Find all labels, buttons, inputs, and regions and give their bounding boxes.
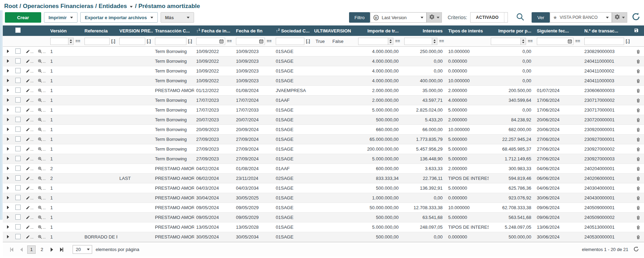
preview-row-button[interactable]: ... [38, 225, 46, 229]
preview-row-button[interactable]: ... [38, 117, 46, 122]
filter-input-fecha_fin[interactable] [236, 38, 259, 44]
delete-row-button[interactable] [634, 108, 643, 113]
row-checkbox[interactable] [15, 97, 21, 103]
delete-row-button[interactable] [634, 235, 643, 240]
calendar-icon[interactable] [219, 39, 224, 44]
column-header-num_transaccion[interactable]: N.º de transac... [582, 28, 632, 33]
bool-false-option[interactable]: False [332, 39, 343, 44]
filter-date-fecha_fin[interactable] [236, 38, 265, 45]
select-all-checkbox[interactable] [15, 28, 21, 33]
calendar-icon[interactable] [568, 39, 572, 44]
row-expand-toggle[interactable] [7, 147, 9, 151]
filter-input-importe_pago[interactable] [491, 38, 521, 45]
chevron-down-icon[interactable] [130, 6, 133, 8]
column-header-importe[interactable]: Importe de tr... [356, 28, 402, 33]
criteria-value-box[interactable]: ACTIVADO [470, 12, 508, 23]
row-checkbox[interactable] [15, 156, 21, 161]
previous-page-button[interactable] [18, 245, 25, 254]
table-row[interactable]: ......1Term Borrowing20/07/202320/07/202… [3, 115, 644, 125]
filter-input-sociedad[interactable] [276, 38, 304, 45]
preview-row-button[interactable]: ... [38, 88, 46, 93]
filter-input-version[interactable] [50, 38, 68, 45]
filter-input-num_transaccion[interactable] [584, 38, 624, 45]
row-expand-toggle[interactable] [7, 118, 9, 121]
save-layout-icon[interactable] [634, 29, 639, 34]
column-header-siguiente[interactable]: Siguiente fec... [535, 28, 582, 33]
collapsed-left-panel[interactable] [0, 10, 2, 220]
create-button[interactable]: Crear [5, 12, 41, 23]
row-checkbox[interactable] [15, 58, 21, 63]
row-checkbox[interactable] [15, 117, 21, 122]
row-checkbox[interactable] [15, 146, 21, 151]
search-button[interactable] [516, 12, 525, 23]
table-row[interactable]: ......2LASTPRESTAMO AMOR...06/02/202423/… [3, 174, 644, 183]
row-checkbox[interactable] [15, 185, 21, 190]
breadcrumb-item[interactable]: Préstamo amortizable [138, 3, 200, 10]
edit-row-button[interactable]: ... [26, 117, 34, 122]
column-header-version[interactable]: Versión [48, 28, 82, 33]
row-expand-toggle[interactable] [7, 50, 9, 53]
row-checkbox[interactable] [15, 107, 21, 112]
row-expand-toggle[interactable] [7, 137, 9, 141]
preview-row-button[interactable]: ... [38, 186, 46, 190]
preview-row-button[interactable]: ... [38, 108, 46, 112]
edit-row-button[interactable]: ... [26, 196, 34, 200]
column-header-fecha_inicio[interactable]: ↑1 Fecha de in... [194, 28, 234, 33]
row-expand-toggle[interactable] [7, 206, 9, 209]
row-expand-toggle[interactable] [7, 108, 9, 112]
row-checkbox[interactable] [15, 48, 21, 54]
filter-input-version_pre[interactable] [119, 38, 145, 45]
column-header-importe_pago[interactable]: Importe por p... [489, 28, 535, 33]
last-page-button[interactable] [58, 245, 66, 254]
view-button[interactable]: Ver [532, 12, 550, 23]
table-row[interactable]: ......1Term Borrowing27/09/202327/09/202… [3, 144, 644, 154]
edit-row-button[interactable]: ... [26, 157, 34, 161]
table-row[interactable]: ......1PRESTAMO AMOR...30/04/202430/05/2… [3, 193, 644, 203]
table-row[interactable]: ......1Term Borrowing17/07/202317/07/202… [3, 96, 644, 105]
filter-input-fecha_inicio[interactable] [197, 38, 219, 44]
preview-row-button[interactable]: ... [38, 127, 46, 132]
preview-row-button[interactable]: ... [38, 235, 46, 239]
table-row[interactable]: ......1Term Borrowing20/09/202320/09/202… [3, 125, 644, 135]
delete-row-button[interactable] [634, 166, 643, 171]
table-row[interactable]: ......2PRESTAMO AMOR...04/02/202401/08/2… [3, 164, 644, 174]
print-button[interactable]: Imprimir [44, 12, 77, 23]
edit-row-button[interactable]: ... [26, 127, 34, 132]
row-expand-toggle[interactable] [7, 69, 9, 73]
edit-row-button[interactable]: ... [26, 137, 34, 142]
row-expand-toggle[interactable] [7, 196, 9, 199]
preview-row-button[interactable]: ... [38, 176, 46, 181]
row-checkbox[interactable] [15, 166, 21, 171]
column-header-intereses[interactable]: Intereses [402, 28, 446, 33]
filter-input-siguiente[interactable] [537, 38, 568, 44]
breadcrumb-item[interactable]: Root [4, 3, 18, 10]
preview-row-button[interactable]: ... [38, 78, 46, 83]
row-expand-toggle[interactable] [7, 176, 9, 180]
edit-row-button[interactable]: ... [26, 98, 34, 103]
row-checkbox[interactable] [15, 214, 21, 220]
column-header-sociedad[interactable]: ↑2 Sociedad C... [274, 28, 312, 33]
column-header-version_pre[interactable]: VERSION PRE... [117, 28, 153, 33]
edit-row-button[interactable]: ... [26, 215, 34, 220]
delete-row-button[interactable] [634, 196, 643, 200]
table-row[interactable]: ......1PRESTAMO AMOR...13/05/202413/05/2… [3, 222, 644, 232]
filter-input-intereses[interactable] [404, 38, 432, 45]
row-checkbox[interactable] [15, 88, 21, 93]
table-row[interactable]: ......1Term Borrowing10/09/202210/09/202… [3, 47, 644, 56]
filter-input-referencia[interactable] [84, 38, 110, 45]
footer-refresh-button[interactable] [633, 246, 639, 253]
export-import-button[interactable]: Exportar e importar archivos [80, 12, 158, 23]
row-expand-toggle[interactable] [7, 167, 9, 170]
preview-row-button[interactable]: ... [38, 69, 46, 73]
edit-row-button[interactable]: ... [26, 186, 34, 190]
edit-row-button[interactable]: ... [26, 205, 34, 210]
delete-row-button[interactable] [634, 69, 643, 74]
row-expand-toggle[interactable] [7, 235, 9, 238]
filter-date-siguiente[interactable] [537, 38, 573, 45]
filter-button[interactable]: Filtro [349, 12, 370, 23]
breadcrumb-item[interactable]: Entidades [98, 3, 127, 10]
column-header-transaccion[interactable]: Transacción C... [153, 28, 194, 33]
refresh-button[interactable] [631, 12, 641, 23]
table-row[interactable]: ......1PRESTAMO AMOR...04/03/202404/03/2… [3, 183, 644, 193]
filter-input-importe[interactable] [358, 38, 388, 45]
